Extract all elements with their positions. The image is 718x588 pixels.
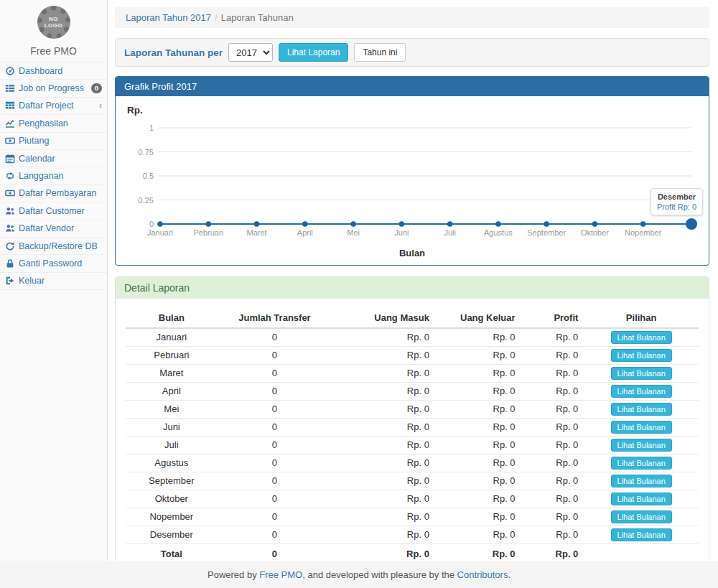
cell-bulan: Oktober: [126, 490, 218, 508]
cell-jumlah-transfer: 0: [218, 526, 332, 544]
view-monthly-button-pebruari[interactable]: Lihat Bulanan: [611, 349, 672, 362]
data-point-desember[interactable]: [686, 218, 697, 230]
chart-canvas: 10.750.50.250JanuariPebruariMaretAprilMe…: [126, 116, 697, 246]
cell-uang-masuk: Rp. 0: [332, 490, 435, 508]
column-header-uang-keluar: Uang Keluar: [435, 309, 521, 328]
sidebar-item-keluar[interactable]: Keluar: [0, 273, 107, 290]
table-row-juli: Juli0Rp. 0Rp. 0Rp. 0Lihat Bulanan: [126, 437, 699, 454]
cell-uang-masuk: Rp. 0: [332, 328, 435, 347]
view-report-button[interactable]: Lihat Laporan: [279, 43, 348, 62]
profit-chart-panel: Grafik Profit 2017 Rp.10.750.50.250Janua…: [115, 76, 709, 266]
cell-profit: Rp. 0: [521, 508, 584, 526]
column-header-profit: Profit: [521, 309, 584, 328]
cell-uang-masuk: Rp. 0: [332, 347, 435, 365]
sidebar-item-ganti-password[interactable]: Ganti Password: [0, 255, 107, 272]
data-point-september[interactable]: [544, 221, 549, 227]
year-select[interactable]: 2017: [228, 43, 273, 62]
contributors-link[interactable]: Contributors.: [457, 569, 510, 580]
view-monthly-button-september[interactable]: Lihat Bulanan: [611, 475, 672, 487]
cell-pilihan: Lihat Bulanan: [584, 401, 699, 419]
sidebar-item-langganan[interactable]: Langganan: [0, 167, 107, 185]
data-point-mei[interactable]: [350, 221, 356, 227]
cell-bulan: April: [126, 383, 218, 401]
money-icon: [5, 136, 15, 146]
data-point-juli[interactable]: [447, 221, 453, 227]
view-monthly-button-juli[interactable]: Lihat Bulanan: [611, 439, 672, 452]
cell-jumlah-transfer: 0: [218, 490, 332, 508]
this-year-button[interactable]: Tahun ini: [354, 43, 406, 62]
cell-pilihan: Lihat Bulanan: [584, 526, 699, 544]
sidebar-item-daftar-customer[interactable]: Daftar Customer: [0, 202, 107, 220]
refresh-icon: [5, 241, 15, 251]
view-monthly-button-desember[interactable]: Lihat Bulanan: [611, 528, 672, 541]
cell-pilihan: Lihat Bulanan: [584, 347, 699, 365]
data-point-maret[interactable]: [254, 221, 260, 227]
data-point-nopember[interactable]: [640, 221, 646, 227]
sidebar-item-job-on-progress[interactable]: Job on Progress0: [0, 80, 107, 97]
view-monthly-button-juni[interactable]: Lihat Bulanan: [611, 421, 672, 434]
sidebar-item-daftar-project[interactable]: Daftar Project‹: [0, 98, 107, 115]
cell-uang-masuk: Rp. 0: [332, 365, 435, 383]
chart-tooltip: Desember Profit Rp: 0: [651, 188, 703, 215]
sidebar-item-piutang[interactable]: Piutang: [0, 133, 107, 150]
sidebar-item-calendar[interactable]: Calendar: [0, 150, 107, 167]
sidebar-item-dashboard[interactable]: Dashboard: [0, 62, 107, 80]
free-pmo-link[interactable]: Free PMO: [259, 569, 302, 580]
cell-pilihan: Lihat Bulanan: [584, 328, 699, 347]
cell-profit: Rp. 0: [521, 365, 584, 383]
data-point-pebruari[interactable]: [205, 221, 211, 227]
breadcrumb-link-laporan-tahun[interactable]: Laporan Tahun 2017: [126, 12, 211, 23]
cell-uang-keluar: Rp. 0: [435, 365, 521, 383]
calendar-icon: [5, 154, 15, 164]
sidebar-item-daftar-pembayaran[interactable]: Daftar Pembayaran: [0, 185, 107, 202]
cell-profit: Rp. 0: [521, 437, 584, 454]
cell-jumlah-transfer: 0: [218, 508, 332, 526]
data-point-januari[interactable]: [157, 221, 163, 227]
view-monthly-button-januari[interactable]: Lihat Bulanan: [611, 331, 672, 344]
cell-bulan: Juli: [126, 437, 218, 454]
table-header-row: BulanJumlah TransferUang MasukUang Kelua…: [126, 309, 699, 328]
view-monthly-button-mei[interactable]: Lihat Bulanan: [611, 403, 672, 416]
y-tick-label: 1: [149, 123, 154, 132]
breadcrumb-separator: /: [215, 12, 218, 23]
data-point-oktober[interactable]: [592, 221, 598, 227]
x-tick-label: September: [527, 228, 566, 237]
sidebar-item-daftar-vendor[interactable]: Daftar Vendor: [0, 220, 107, 238]
cell-jumlah-transfer: 0: [218, 347, 332, 365]
table-icon: [5, 101, 15, 111]
view-monthly-button-nopember[interactable]: Lihat Bulanan: [611, 510, 672, 523]
data-point-juni[interactable]: [399, 221, 405, 227]
cell-jumlah-transfer: 0: [218, 401, 332, 419]
table-row-januari: Januari0Rp. 0Rp. 0Rp. 0Lihat Bulanan: [126, 328, 699, 347]
sidebar-item-label: Penghasilan: [19, 118, 102, 129]
sidebar-item-label: Job on Progress: [19, 83, 88, 93]
view-monthly-button-agustus[interactable]: Lihat Bulanan: [611, 457, 672, 470]
view-monthly-button-oktober[interactable]: Lihat Bulanan: [611, 493, 672, 505]
data-point-april[interactable]: [302, 221, 308, 227]
x-tick-label: Oktober: [581, 228, 609, 237]
sidebar-item-label: Ganti Password: [19, 258, 102, 269]
cell-pilihan: Lihat Bulanan: [584, 472, 699, 490]
column-header-uang-masuk: Uang Masuk: [332, 309, 435, 328]
cell-jumlah-transfer: 0: [218, 328, 332, 347]
cell-jumlah-transfer: 0: [218, 383, 332, 401]
cell-uang-keluar: Rp. 0: [435, 419, 521, 437]
table-row-oktober: Oktober0Rp. 0Rp. 0Rp. 0Lihat Bulanan: [126, 490, 699, 508]
view-monthly-button-maret[interactable]: Lihat Bulanan: [611, 367, 672, 380]
table-row-desember: Desember0Rp. 0Rp. 0Rp. 0Lihat Bulanan: [126, 526, 699, 544]
cell-profit: Rp. 0: [521, 419, 584, 437]
table-row-april: April0Rp. 0Rp. 0Rp. 0Lihat Bulanan: [126, 383, 699, 401]
view-monthly-button-april[interactable]: Lihat Bulanan: [611, 385, 672, 398]
cell-uang-masuk: Rp. 0: [332, 472, 435, 490]
table-row-september: September0Rp. 0Rp. 0Rp. 0Lihat Bulanan: [126, 472, 699, 490]
sidebar-item-backup-restore-db[interactable]: Backup/Restore DB: [0, 238, 107, 255]
x-tick-label: Nopember: [625, 228, 662, 237]
y-tick-label: 0.5: [143, 172, 154, 180]
cell-uang-masuk: Rp. 0: [332, 383, 435, 401]
sidebar-item-label: Daftar Vendor: [19, 223, 102, 233]
tooltip-month: Desember: [657, 192, 696, 201]
sidebar-item-label: Keluar: [19, 276, 102, 286]
cell-pilihan: Lihat Bulanan: [584, 508, 699, 526]
sidebar-item-penghasilan[interactable]: Penghasilan: [0, 115, 107, 132]
data-point-agustus[interactable]: [495, 221, 501, 227]
